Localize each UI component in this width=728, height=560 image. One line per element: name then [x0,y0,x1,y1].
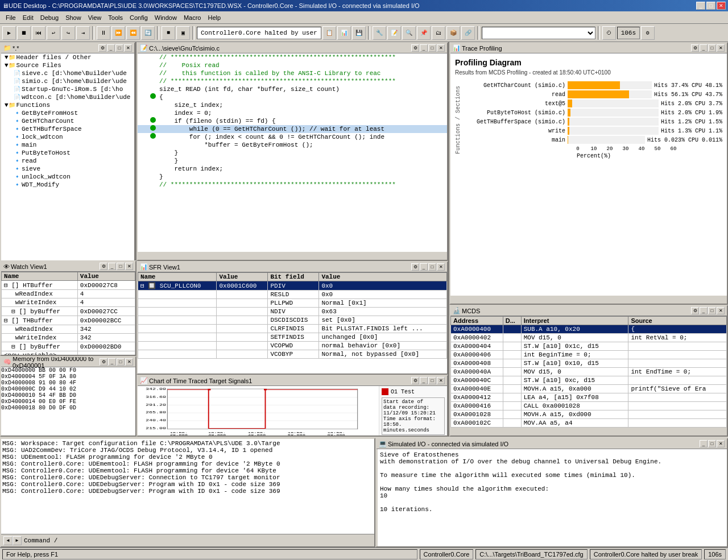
tree-item-header-files[interactable]: ▼ 📁 Header files / Other [1,53,134,61]
sfr-config-btn[interactable]: ⚙ [411,263,419,271]
toolbar-btn-4[interactable]: ↩ [47,26,60,40]
tree-item-simio[interactable]: 📄 simio.c [d:\home\Builder\ude [1,77,134,85]
trace-min-btn[interactable]: _ [700,44,708,52]
close-button[interactable]: ✕ [717,2,726,10]
toolbar-btn-20[interactable]: 🗂 [432,26,445,40]
simio-close-btn[interactable]: ✕ [717,440,725,447]
tree-item-wdtcon[interactable]: 📄 wdtcon.c [d:\home\Builder\ude [1,93,134,101]
watch-max-btn[interactable]: □ [117,263,125,270]
minimize-button[interactable]: _ [696,2,705,10]
watch-content[interactable]: Name Value ⊟ [] HTBuffer 0xD00027C8 wRea… [1,272,135,355]
mcds-row-2[interactable]: 0xA0000404 ST.W [a10] 0x1c, d15 [451,342,727,351]
mcds-row-0[interactable]: 0xA0000400 SUB.A a10, 0x20 { [451,325,727,334]
memory-config-btn[interactable]: ⚙ [100,358,107,366]
watch-row-wwriteindex-1[interactable]: wWriteIndex 4 [2,298,135,307]
maximize-button[interactable]: □ [706,2,715,10]
scroll-left-btn[interactable]: ◄ [3,536,13,545]
mcds-close-btn[interactable]: ✕ [717,307,725,314]
toolbar-btn-21[interactable]: 📦 [446,26,460,40]
sfr-row-1[interactable]: RESLD0x0 [138,291,447,299]
watch-row-htbuffer[interactable]: ⊟ [] HTBuffer 0xD00027C8 [2,281,135,290]
toolbar-btn-18[interactable]: 🔍 [402,26,416,40]
toolbar-btn-1[interactable]: ▶ [2,26,16,40]
tree-item-gethtchar[interactable]: 🔹 GetHTCharCount [1,117,134,125]
toolbar-btn-13[interactable]: 📋 [322,26,336,40]
toolbar-btn-15[interactable]: 💾 [352,26,366,40]
sfr-max-btn[interactable]: □ [428,263,436,271]
toolbar-btn-17[interactable]: 📝 [387,26,401,40]
mcds-row-4[interactable]: 0xA0000408 ST.W [a10] 0x10, d15 [451,359,727,368]
mcds-row-11[interactable]: 0xA000102C MOV.AA a5, a4 [451,419,727,428]
code-editor-min-btn[interactable]: _ [420,44,428,52]
menu-window[interactable]: Window [151,13,180,22]
mcds-row-5[interactable]: 0xA000040A MOV d15, 0 int EndTime = 0; [451,368,727,376]
watch-min-btn[interactable]: _ [108,263,116,270]
code-editor-close-btn[interactable]: ✕ [437,44,445,52]
menu-view[interactable]: View [85,13,105,22]
trace-profiling-scrollbar[interactable] [450,296,727,304]
menu-debug[interactable]: Debug [37,13,62,22]
memory-min-btn[interactable]: _ [108,358,116,366]
tree-item-source-files[interactable]: ▼ 📁 Source Files [1,61,134,69]
toolbar-btn-7[interactable]: ⏸ [97,26,110,40]
trace-max-btn[interactable]: □ [708,44,716,52]
sfr-row-6[interactable]: SETFINDISunchanged [0x0] [138,333,447,342]
toolbar-combo[interactable] [482,27,595,39]
code-editor-content[interactable]: // *************************************… [138,53,447,252]
trace-close-btn[interactable]: ✕ [717,44,725,52]
file-tree-max-btn[interactable]: □ [115,44,123,52]
toolbar-btn-23[interactable]: ⏲ [602,26,616,40]
scroll-right-btn[interactable]: ► [13,536,22,545]
trace-config-btn[interactable]: ⚙ [691,44,699,52]
mcds-row-6[interactable]: 0xA000040C ST.W [a10] 0xc, d15 [451,376,727,385]
toolbar-btn-9[interactable]: ⏪ [126,26,140,40]
mcds-content[interactable]: Address D... Interpret Source 0xA0000400 [450,316,727,428]
mcds-row-9[interactable]: 0xA0000416 CALL 0xa0001028 [451,402,727,410]
menu-file[interactable]: File [2,13,19,22]
mcds-max-btn[interactable]: □ [708,307,716,314]
menu-help[interactable]: Help [204,13,224,22]
tree-item-startup[interactable]: 📄 Startup-GnuTc-iRom.S [d:\ho [1,85,134,93]
tree-item-getbyte[interactable]: 🔹 GetByteFromHost [1,109,134,117]
simio-min-btn[interactable]: _ [700,440,708,447]
sfr-row-7[interactable]: VCOPWDnormal behavior [0x0] [138,342,447,350]
tree-item-putbyte[interactable]: 🔹 PutByteToHost [1,149,134,157]
code-editor-scrollbar[interactable] [138,252,447,260]
sfr-content[interactable]: Name Value Bit field Value ⊟ 🔲 SCU_PLLCO… [138,272,447,374]
tree-item-functions[interactable]: ▼ 📁 Functions [1,101,134,109]
mcds-min-btn[interactable]: _ [700,307,708,314]
menu-macro[interactable]: Macro [180,13,205,22]
menu-tools[interactable]: Tools [105,13,126,22]
tree-item-sieve-func[interactable]: 🔹 sieve [1,165,134,173]
watch-row-wreadindex-2[interactable]: wReadIndex 342 [2,325,135,334]
watch-row-bybuffer-2[interactable]: ⊟ [] byBuffer 0xD00002BD0 [2,342,135,351]
toolbar-btn-14[interactable]: 📊 [337,26,351,40]
watch-row-bybuffer-1[interactable]: ⊟ [] byBuffer 0xD00027CC [2,307,135,316]
messages-scroll[interactable]: MSG: Workspace: Target configuration fil… [1,439,374,534]
menu-show[interactable]: Show [62,13,85,22]
mcds-config-btn[interactable]: ⚙ [691,307,699,314]
toolbar-btn-11[interactable]: ■ [162,26,175,40]
file-tree-min-btn[interactable]: _ [107,44,115,52]
code-editor-max-btn[interactable]: □ [428,44,436,52]
mcds-row-1[interactable]: 0xA0000402 MOV d15, 0 int RetVal = 0; [451,334,727,342]
toolbar-btn-10[interactable]: 🔄 [141,26,155,40]
sfr-row-2[interactable]: PLLPWDNormal [0x1] [138,299,447,308]
toolbar-btn-19[interactable]: 📌 [417,26,431,40]
simulated-io-content[interactable]: Sieve of Eratosthenes with demonstration… [377,449,727,546]
chart-close-btn[interactable]: ✕ [437,377,445,384]
tree-item-getthbuffer[interactable]: 🔹 GetTHBufferSpace [1,125,134,133]
menu-config[interactable]: Config [126,13,151,22]
sfr-min-btn[interactable]: _ [420,263,428,271]
sfr-close-btn[interactable]: ✕ [437,263,445,271]
toolbar-btn-2[interactable]: ⏹ [17,26,31,40]
file-tree-close-btn[interactable]: ✕ [124,44,132,52]
memory-max-btn[interactable]: □ [117,358,125,366]
watch-config-btn[interactable]: ⚙ [100,263,107,270]
tree-item-lockwdt[interactable]: 🔹 lock_wdtcon [1,133,134,141]
tree-item-unlockwdt[interactable]: 🔹 unlock_wdtcon [1,173,134,181]
toolbar-btn-22[interactable]: 🔗 [461,26,475,40]
simio-max-btn[interactable]: □ [708,440,716,447]
toolbar-btn-12[interactable]: ▣ [176,26,190,40]
mcds-row-8[interactable]: 0xA0000412 LEA a4, [a15] 0x7f08 [451,393,727,402]
